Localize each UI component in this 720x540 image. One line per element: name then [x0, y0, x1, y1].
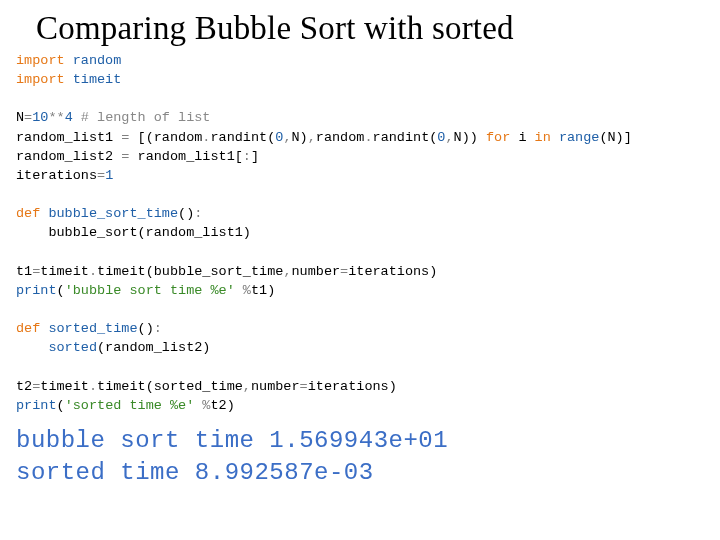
code-text: () — [178, 206, 194, 221]
number: 4 — [65, 110, 73, 125]
keyword: def — [16, 206, 40, 221]
output-line: bubble sort time 1.569943e+01 — [16, 427, 448, 454]
code-text: timeit(bubble_sort_time — [97, 264, 283, 279]
comment: # length of list — [73, 110, 211, 125]
keyword: import — [16, 72, 65, 87]
operator: . — [89, 264, 97, 279]
code-text: number — [291, 264, 340, 279]
variable: t1 — [16, 264, 32, 279]
operator: . — [89, 379, 97, 394]
code-text: (N)] — [599, 130, 631, 145]
builtin: range — [551, 130, 600, 145]
operator: . — [364, 130, 372, 145]
keyword: def — [16, 321, 40, 336]
operator: : — [154, 321, 162, 336]
code-text: number — [251, 379, 300, 394]
keyword: in — [535, 130, 551, 145]
code-text: bubble_sort(random_list1) — [16, 225, 251, 240]
code-text: timeit(sorted_time — [97, 379, 243, 394]
function-name: sorted_time — [40, 321, 137, 336]
code-text: timeit — [40, 379, 89, 394]
operator: , — [445, 130, 453, 145]
variable: random_list1 — [16, 130, 121, 145]
operator: , — [243, 379, 251, 394]
number: 10 — [32, 110, 48, 125]
string: 'sorted time %e' — [65, 398, 195, 413]
variable: random_list2 — [16, 149, 121, 164]
function-name: bubble_sort_time — [40, 206, 178, 221]
code-text: iterations) — [308, 379, 397, 394]
code-text: ( — [57, 283, 65, 298]
operator: ** — [48, 110, 64, 125]
operator: : — [243, 149, 251, 164]
code-text: i — [510, 130, 534, 145]
keyword: import — [16, 53, 65, 68]
string: 'bubble sort time %e' — [65, 283, 235, 298]
code-text: random_list1[ — [129, 149, 242, 164]
code-text: timeit — [40, 264, 89, 279]
variable: iterations — [16, 168, 97, 183]
operator: = — [340, 264, 348, 279]
keyword: for — [486, 130, 510, 145]
code-text: ] — [251, 149, 259, 164]
code-text: N) — [292, 130, 308, 145]
code-text: t1) — [251, 283, 275, 298]
code-text: t2) — [210, 398, 234, 413]
operator: = — [300, 379, 308, 394]
operator: = — [24, 110, 32, 125]
builtin: sorted — [16, 340, 97, 355]
operator: = — [97, 168, 105, 183]
code-text: () — [138, 321, 154, 336]
builtin: print — [16, 283, 57, 298]
module-name: random — [73, 53, 122, 68]
variable: N — [16, 110, 24, 125]
code-text: [(random — [129, 130, 202, 145]
operator: , — [283, 130, 291, 145]
operator: : — [194, 206, 202, 221]
output-line: sorted time 8.992587e-03 — [16, 459, 374, 486]
output-block: bubble sort time 1.569943e+01 sorted tim… — [16, 425, 720, 490]
code-block: import random import timeit N=10**4 # le… — [16, 51, 720, 415]
variable: t2 — [16, 379, 32, 394]
operator: % — [194, 398, 210, 413]
code-text: randint( — [373, 130, 438, 145]
code-text: (random_list2) — [97, 340, 210, 355]
operator: , — [308, 130, 316, 145]
code-text: N)) — [454, 130, 486, 145]
operator: % — [235, 283, 251, 298]
number: 1 — [105, 168, 113, 183]
module-name: timeit — [73, 72, 122, 87]
slide-title: Comparing Bubble Sort with sorted — [36, 10, 720, 47]
code-text: random — [316, 130, 365, 145]
code-text: randint( — [210, 130, 275, 145]
code-text: iterations) — [348, 264, 437, 279]
builtin: print — [16, 398, 57, 413]
code-text: ( — [57, 398, 65, 413]
